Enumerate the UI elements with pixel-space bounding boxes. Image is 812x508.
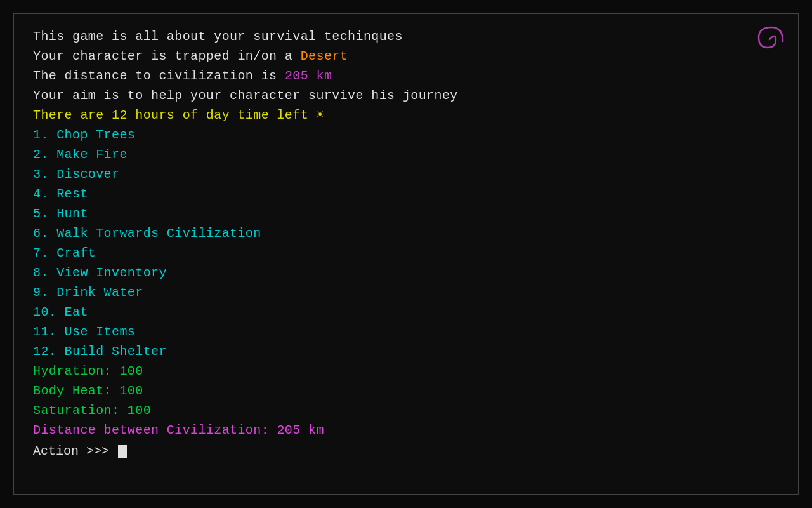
- menu-item-8[interactable]: 8. View Inventory: [33, 263, 779, 283]
- action-prompt-line[interactable]: Action >>>: [33, 441, 779, 461]
- menu-item-4[interactable]: 4. Rest: [33, 184, 779, 204]
- stat-hydration: Hydration: 100: [33, 361, 779, 381]
- intro-line2: Your character is trapped in/on a Desert: [33, 46, 779, 66]
- menu-item-6[interactable]: 6. Walk Torwards Civilization: [33, 224, 779, 243]
- daytime-text: There are 12 hours of day time left: [33, 108, 316, 123]
- location-text: Desert: [301, 49, 348, 64]
- menu-item-11[interactable]: 11. Use Items: [33, 322, 779, 342]
- intro-line4: Your aim is to help your character survi…: [33, 86, 779, 105]
- menu-item-9[interactable]: 9. Drink Water: [33, 283, 779, 302]
- distance-civilization: Distance between Civilization: 205 km: [33, 420, 779, 440]
- menu-item-3[interactable]: 3. Discover: [33, 164, 779, 184]
- menu-item-7[interactable]: 7. Craft: [33, 243, 779, 263]
- intro-text3-prefix: The distance to civilization is: [33, 69, 285, 83]
- intro-text2-prefix: Your character is trapped in/on a: [33, 49, 301, 64]
- menu-item-10[interactable]: 10. Eat: [33, 302, 779, 322]
- intro-text4: Your aim is to help your character survi…: [33, 88, 458, 103]
- menu-item-5[interactable]: 5. Hunt: [33, 204, 779, 224]
- daytime-line: There are 12 hours of day time left ☀: [33, 105, 779, 125]
- intro-text1: This game is all about your survival tec…: [33, 29, 403, 44]
- action-prompt-text: Action >>>: [33, 444, 117, 458]
- stat-body-heat: Body Heat: 100: [33, 381, 779, 401]
- intro-line1: This game is all about your survival tec…: [33, 27, 779, 46]
- sun-icon: ☀: [316, 108, 324, 123]
- menu-item-12[interactable]: 12. Build Shelter: [33, 342, 779, 361]
- spiral-logo: [754, 23, 785, 55]
- distance-text: 205 km: [285, 69, 332, 83]
- menu-item-2[interactable]: 2. Make Fire: [33, 145, 779, 164]
- cursor-blink: [118, 445, 127, 458]
- menu-item-1[interactable]: 1. Chop Trees: [33, 125, 779, 145]
- stat-saturation: Saturation: 100: [33, 401, 779, 420]
- intro-line3: The distance to civilization is 205 km: [33, 66, 779, 86]
- terminal-window: This game is all about your survival tec…: [13, 13, 799, 495]
